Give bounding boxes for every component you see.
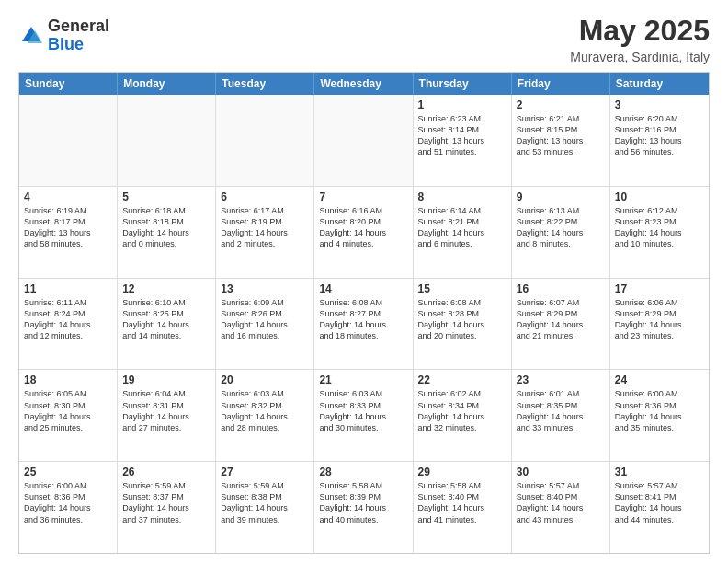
calendar-cell-r1c4: 8Sunrise: 6:14 AMSunset: 8:21 PMDaylight…: [414, 187, 512, 278]
day-number: 15: [418, 282, 506, 295]
cell-info-text: Sunrise: 6:19 AMSunset: 8:17 PMDaylight:…: [24, 205, 112, 250]
calendar-row-0: 1Sunrise: 6:23 AMSunset: 8:14 PMDaylight…: [19, 95, 709, 187]
calendar-cell-r1c5: 9Sunrise: 6:13 AMSunset: 8:22 PMDaylight…: [512, 187, 610, 278]
calendar-cell-r0c6: 3Sunrise: 6:20 AMSunset: 8:16 PMDaylight…: [610, 95, 709, 186]
weekday-header-wednesday: Wednesday: [314, 73, 413, 95]
calendar-cell-r3c2: 20Sunrise: 6:03 AMSunset: 8:32 PMDayligh…: [216, 370, 314, 461]
calendar-cell-r3c6: 24Sunrise: 6:00 AMSunset: 8:36 PMDayligh…: [610, 370, 709, 461]
day-number: 28: [319, 465, 407, 478]
weekday-header-monday: Monday: [118, 73, 216, 95]
day-number: 5: [122, 190, 210, 203]
cell-info-text: Sunrise: 6:08 AMSunset: 8:27 PMDaylight:…: [319, 297, 407, 342]
cell-info-text: Sunrise: 6:20 AMSunset: 8:16 PMDaylight:…: [615, 113, 704, 158]
day-number: 3: [615, 98, 704, 111]
cell-info-text: Sunrise: 6:08 AMSunset: 8:28 PMDaylight:…: [418, 297, 506, 342]
cell-info-text: Sunrise: 6:23 AMSunset: 8:14 PMDaylight:…: [418, 113, 506, 158]
calendar-cell-r0c4: 1Sunrise: 6:23 AMSunset: 8:14 PMDaylight…: [414, 95, 512, 186]
calendar-cell-r4c5: 30Sunrise: 5:57 AMSunset: 8:40 PMDayligh…: [512, 462, 610, 553]
cell-info-text: Sunrise: 6:11 AMSunset: 8:24 PMDaylight:…: [24, 297, 112, 342]
cell-info-text: Sunrise: 5:57 AMSunset: 8:41 PMDaylight:…: [615, 480, 704, 525]
calendar-cell-r2c4: 15Sunrise: 6:08 AMSunset: 8:28 PMDayligh…: [414, 279, 512, 370]
cell-info-text: Sunrise: 6:14 AMSunset: 8:21 PMDaylight:…: [418, 205, 506, 250]
day-number: 21: [319, 373, 407, 386]
cell-info-text: Sunrise: 6:12 AMSunset: 8:23 PMDaylight:…: [615, 205, 704, 250]
day-number: 1: [418, 98, 506, 111]
cell-info-text: Sunrise: 6:03 AMSunset: 8:33 PMDaylight:…: [319, 388, 407, 433]
day-number: 12: [122, 282, 210, 295]
calendar-cell-r1c3: 7Sunrise: 6:16 AMSunset: 8:20 PMDaylight…: [314, 187, 413, 278]
calendar-cell-r0c1: [118, 95, 216, 186]
title-block: May 2025 Muravera, Sardinia, Italy: [570, 14, 710, 64]
page: General Blue May 2025 Muravera, Sardinia…: [0, 0, 728, 563]
calendar-cell-r0c2: [216, 95, 314, 186]
day-number: 16: [517, 282, 605, 295]
day-number: 18: [24, 373, 112, 386]
weekday-header-tuesday: Tuesday: [216, 73, 314, 95]
logo-blue-text: Blue: [48, 36, 109, 54]
cell-info-text: Sunrise: 6:05 AMSunset: 8:30 PMDaylight:…: [24, 388, 112, 433]
weekday-header-thursday: Thursday: [414, 73, 512, 95]
day-number: 25: [24, 465, 112, 478]
cell-info-text: Sunrise: 6:00 AMSunset: 8:36 PMDaylight:…: [24, 480, 112, 525]
calendar-row-4: 25Sunrise: 6:00 AMSunset: 8:36 PMDayligh…: [19, 462, 709, 553]
day-number: 17: [615, 282, 704, 295]
calendar-cell-r2c5: 16Sunrise: 6:07 AMSunset: 8:29 PMDayligh…: [512, 279, 610, 370]
calendar-cell-r2c3: 14Sunrise: 6:08 AMSunset: 8:27 PMDayligh…: [314, 279, 413, 370]
calendar-cell-r1c6: 10Sunrise: 6:12 AMSunset: 8:23 PMDayligh…: [610, 187, 709, 278]
logo-general-text: General: [48, 17, 109, 36]
calendar-row-3: 18Sunrise: 6:05 AMSunset: 8:30 PMDayligh…: [19, 370, 709, 462]
day-number: 30: [517, 465, 605, 478]
logo: General Blue: [18, 17, 109, 54]
day-number: 13: [221, 282, 309, 295]
calendar-cell-r4c0: 25Sunrise: 6:00 AMSunset: 8:36 PMDayligh…: [19, 462, 118, 553]
cell-info-text: Sunrise: 6:06 AMSunset: 8:29 PMDaylight:…: [615, 297, 704, 342]
calendar-cell-r3c4: 22Sunrise: 6:02 AMSunset: 8:34 PMDayligh…: [414, 370, 512, 461]
cell-info-text: Sunrise: 6:13 AMSunset: 8:22 PMDaylight:…: [517, 205, 605, 250]
weekday-header-sunday: Sunday: [19, 73, 118, 95]
cell-info-text: Sunrise: 6:00 AMSunset: 8:36 PMDaylight:…: [615, 388, 704, 433]
day-number: 14: [319, 282, 407, 295]
cell-info-text: Sunrise: 5:59 AMSunset: 8:38 PMDaylight:…: [221, 480, 309, 525]
cell-info-text: Sunrise: 5:59 AMSunset: 8:37 PMDaylight:…: [122, 480, 210, 525]
day-number: 22: [418, 373, 506, 386]
logo-icon: [18, 23, 44, 49]
day-number: 24: [615, 373, 704, 386]
cell-info-text: Sunrise: 6:10 AMSunset: 8:25 PMDaylight:…: [122, 297, 210, 342]
calendar-cell-r4c3: 28Sunrise: 5:58 AMSunset: 8:39 PMDayligh…: [314, 462, 413, 553]
day-number: 9: [517, 190, 605, 203]
day-number: 6: [221, 190, 309, 203]
calendar-cell-r1c2: 6Sunrise: 6:17 AMSunset: 8:19 PMDaylight…: [216, 187, 314, 278]
weekday-header-saturday: Saturday: [610, 73, 709, 95]
calendar-cell-r1c0: 4Sunrise: 6:19 AMSunset: 8:17 PMDaylight…: [19, 187, 118, 278]
day-number: 8: [418, 190, 506, 203]
cell-info-text: Sunrise: 6:09 AMSunset: 8:26 PMDaylight:…: [221, 297, 309, 342]
calendar: SundayMondayTuesdayWednesdayThursdayFrid…: [18, 72, 710, 554]
calendar-row-2: 11Sunrise: 6:11 AMSunset: 8:24 PMDayligh…: [19, 279, 709, 371]
day-number: 11: [24, 282, 112, 295]
cell-info-text: Sunrise: 5:58 AMSunset: 8:39 PMDaylight:…: [319, 480, 407, 525]
day-number: 23: [517, 373, 605, 386]
cell-info-text: Sunrise: 5:58 AMSunset: 8:40 PMDaylight:…: [418, 480, 506, 525]
cell-info-text: Sunrise: 5:57 AMSunset: 8:40 PMDaylight:…: [517, 480, 605, 525]
calendar-cell-r3c3: 21Sunrise: 6:03 AMSunset: 8:33 PMDayligh…: [314, 370, 413, 461]
calendar-cell-r2c2: 13Sunrise: 6:09 AMSunset: 8:26 PMDayligh…: [216, 279, 314, 370]
day-number: 31: [615, 465, 704, 478]
day-number: 29: [418, 465, 506, 478]
day-number: 7: [319, 190, 407, 203]
calendar-cell-r4c2: 27Sunrise: 5:59 AMSunset: 8:38 PMDayligh…: [216, 462, 314, 553]
cell-info-text: Sunrise: 6:17 AMSunset: 8:19 PMDaylight:…: [221, 205, 309, 250]
calendar-cell-r4c4: 29Sunrise: 5:58 AMSunset: 8:40 PMDayligh…: [414, 462, 512, 553]
calendar-cell-r2c0: 11Sunrise: 6:11 AMSunset: 8:24 PMDayligh…: [19, 279, 118, 370]
calendar-cell-r4c6: 31Sunrise: 5:57 AMSunset: 8:41 PMDayligh…: [610, 462, 709, 553]
day-number: 4: [24, 190, 112, 203]
cell-info-text: Sunrise: 6:02 AMSunset: 8:34 PMDaylight:…: [418, 388, 506, 433]
calendar-cell-r3c5: 23Sunrise: 6:01 AMSunset: 8:35 PMDayligh…: [512, 370, 610, 461]
day-number: 27: [221, 465, 309, 478]
weekday-header-friday: Friday: [512, 73, 610, 95]
calendar-cell-r1c1: 5Sunrise: 6:18 AMSunset: 8:18 PMDaylight…: [118, 187, 216, 278]
calendar-cell-r0c3: [314, 95, 413, 186]
day-number: 2: [517, 98, 605, 111]
calendar-header: SundayMondayTuesdayWednesdayThursdayFrid…: [19, 73, 709, 95]
cell-info-text: Sunrise: 6:07 AMSunset: 8:29 PMDaylight:…: [517, 297, 605, 342]
calendar-cell-r0c0: [19, 95, 118, 186]
